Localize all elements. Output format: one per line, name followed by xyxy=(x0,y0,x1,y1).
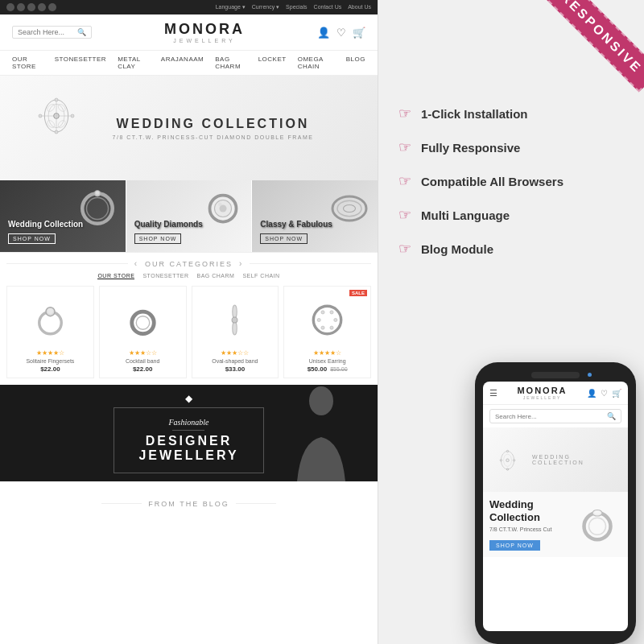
wedding-collection-shop-btn[interactable]: SHOP NOW xyxy=(8,233,56,244)
cat-stonesetter[interactable]: STONESETTER xyxy=(142,273,188,279)
product-old-price-4: $55.00 xyxy=(330,366,347,372)
jewellery-title: JEWELLERY xyxy=(138,448,238,463)
search-form[interactable]: 🔍 xyxy=(12,26,92,39)
responsive-text: Fully Responsive xyxy=(421,141,520,155)
header-icons: 👤 ♡ 🛒 xyxy=(317,27,365,39)
currency-dropdown[interactable]: Currency ▾ xyxy=(252,4,279,10)
dark-designer-section: ◆ Fashionable DESIGNER JEWELLERY xyxy=(0,385,378,481)
nav-locket[interactable]: LOCKET xyxy=(258,56,287,70)
diamond-icon: ◆ xyxy=(114,393,263,404)
mobile-wishlist-icon[interactable]: ♡ xyxy=(601,389,608,398)
logo-subtitle: JEWELLERY xyxy=(164,38,245,43)
mobile-search[interactable]: 🔍 xyxy=(489,409,621,423)
blog-section: FROM THE BLOG xyxy=(0,481,378,526)
product-image-2 xyxy=(105,291,181,348)
mobile-search-input[interactable] xyxy=(495,413,607,420)
responsive-badge-container: RESPONSIVE xyxy=(523,0,644,121)
mobile-wedding-container: WeddingCollection 7/8 CT.T.W. Princess C… xyxy=(489,498,621,551)
nav-bag-charm[interactable]: BAG CHARM xyxy=(215,56,246,70)
quality-diamonds-title: Quality Diamonds xyxy=(134,219,203,229)
product-name-4: Unisex Earring xyxy=(289,358,365,364)
nav-metal-clay[interactable]: METAL CLAY xyxy=(118,56,150,70)
product-stars-2: ★★★☆☆ xyxy=(105,349,181,357)
cat-our-store[interactable]: OUR STORE xyxy=(97,273,134,279)
browsers-icon: ☞ xyxy=(398,172,411,190)
svg-point-20 xyxy=(218,203,222,207)
mobile-cart-icon[interactable]: 🛒 xyxy=(612,389,621,398)
mobile-wedding-section: WeddingCollection 7/8 CT.T.W. Princess C… xyxy=(483,492,628,557)
hero-text: WEDDING COLLECTION 7/8 CT.T.W. PRINCESS-… xyxy=(113,117,314,140)
product-name-1: Solitaire Fingersets xyxy=(12,358,89,364)
phone-notch xyxy=(531,372,580,378)
browsers-text: Compatible All Browsers xyxy=(421,175,564,188)
product-card-3: ★★★☆☆ Oval-shaped band $33.00 xyxy=(192,286,279,378)
language-text: Multi Language xyxy=(421,208,510,222)
svg-point-37 xyxy=(330,326,333,329)
next-arrow[interactable]: › xyxy=(239,259,243,268)
fashionable-text: Fashionable xyxy=(138,418,238,427)
wedding-collection-banner: Wedding Collection SHOP NOW xyxy=(0,180,126,252)
designer-title: DESIGNER xyxy=(138,434,238,448)
click-install-icon: ☞ xyxy=(398,105,411,122)
product-name-3: Oval-shaped band xyxy=(197,358,274,364)
classy-fabulous-shop-btn[interactable]: SHOP NOW xyxy=(260,233,308,244)
user-icon[interactable]: 👤 xyxy=(317,27,330,39)
hero-title: WEDDING COLLECTION xyxy=(113,117,314,131)
main-nav: OUR STORE STONESETTER METAL CLAY ARAJANA… xyxy=(0,51,378,76)
svg-point-30 xyxy=(233,321,237,335)
mobile-hero-image xyxy=(489,440,526,480)
feature-language: ☞ Multi Language xyxy=(398,206,628,224)
mobile-search-icon[interactable]: 🔍 xyxy=(607,412,616,420)
classy-fabulous-banner: Classy & Fabulous SHOP NOW xyxy=(252,180,378,252)
hamburger-icon[interactable]: ☰ xyxy=(489,388,497,398)
svg-point-6 xyxy=(55,130,58,134)
product-stars-1: ★★★★☆ xyxy=(12,349,89,357)
quality-diamonds-banner: Quality Diamonds SHOP NOW xyxy=(126,180,253,252)
quality-diamonds-shop-btn[interactable]: SHOP NOW xyxy=(134,233,182,244)
logo-name: MONORA xyxy=(164,21,245,38)
specials-link[interactable]: Specials xyxy=(286,4,307,10)
hero-jewelry-image xyxy=(24,84,97,172)
about-link[interactable]: About Us xyxy=(348,4,371,10)
feature-browsers: ☞ Compatible All Browsers xyxy=(398,172,628,190)
divider-line xyxy=(172,430,204,431)
cart-icon[interactable]: 🛒 xyxy=(353,27,365,39)
language-dropdown[interactable]: Language ▾ xyxy=(216,4,246,10)
nav-stonesetter[interactable]: STONESETTER xyxy=(55,56,106,70)
prev-arrow[interactable]: ‹ xyxy=(134,259,138,268)
search-icon[interactable]: 🔍 xyxy=(77,28,86,36)
nav-blog[interactable]: BLOG xyxy=(346,56,365,70)
svg-point-42 xyxy=(506,458,510,461)
cat-self-chain[interactable]: SELF CHAIN xyxy=(242,273,279,279)
li-icon xyxy=(38,3,46,11)
yt-icon xyxy=(48,3,56,11)
nav-our-store[interactable]: OUR STORE xyxy=(12,56,43,70)
svg-point-28 xyxy=(136,316,150,329)
top-bar: Language ▾ Currency ▾ Specials Contact U… xyxy=(0,0,378,14)
quality-diamonds-content: Quality Diamonds SHOP NOW xyxy=(134,219,203,244)
mobile-user-icon[interactable]: 👤 xyxy=(587,389,597,398)
contact-link[interactable]: Contact Us xyxy=(314,4,342,10)
categories-section: ‹ OUR CATEGORIES › OUR STORE STONESETTER… xyxy=(0,253,378,385)
mobile-wedding-subtitle: 7/8 CT.T.W. Princess Cut xyxy=(489,526,567,532)
nav-arajanaam[interactable]: ARAJANAAM xyxy=(161,56,204,70)
svg-point-36 xyxy=(334,318,337,321)
mobile-shop-button[interactable]: SHOP NOW xyxy=(489,540,540,551)
responsive-icon: ☞ xyxy=(398,138,411,156)
mobile-wedding-info: WeddingCollection 7/8 CT.T.W. Princess C… xyxy=(489,498,567,551)
wishlist-icon[interactable]: ♡ xyxy=(336,27,346,39)
svg-point-27 xyxy=(131,312,154,334)
nav-omega-chain[interactable]: OMEGA CHAIN xyxy=(298,56,335,70)
categories-section-title: ‹ OUR CATEGORIES › xyxy=(6,259,371,268)
fb-icon xyxy=(6,3,14,11)
product-price-2: $22.00 xyxy=(105,365,181,373)
site-header: 🔍 MONORA JEWELLERY 👤 ♡ 🛒 xyxy=(0,14,378,51)
designer-jewellery-box: Fashionable DESIGNER JEWELLERY xyxy=(114,407,263,473)
product-image-3 xyxy=(197,291,274,348)
wedding-collection-content: Wedding Collection SHOP NOW xyxy=(8,219,83,244)
cat-bag-charm[interactable]: BAG CHARM xyxy=(196,273,234,279)
mobile-hero: WEDDING COLLECTION xyxy=(483,427,628,492)
search-input[interactable] xyxy=(18,28,74,36)
svg-point-43 xyxy=(506,450,508,452)
svg-point-35 xyxy=(330,310,333,313)
